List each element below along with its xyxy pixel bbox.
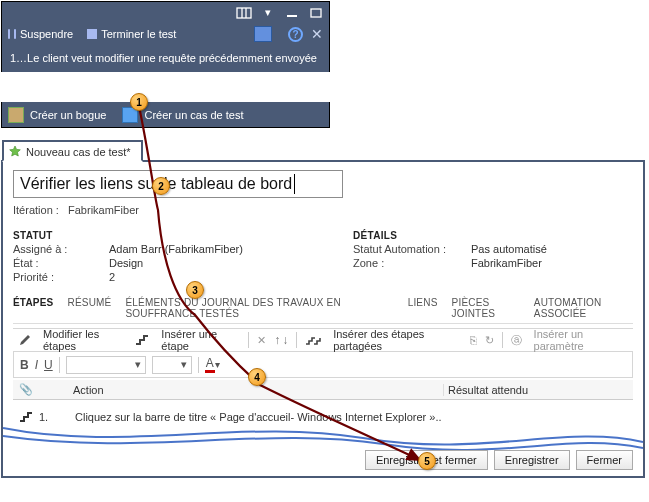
tab-attachments[interactable]: PIÈCES JOINTES xyxy=(452,297,520,319)
edit-steps-button[interactable]: Modifier les étapes xyxy=(39,328,127,352)
iteration-label: Itération : xyxy=(13,204,59,216)
maximize-icon[interactable] xyxy=(307,5,325,21)
svg-rect-0 xyxy=(237,8,251,18)
close-icon[interactable]: ✕ xyxy=(311,26,323,42)
bold-button[interactable]: B xyxy=(20,358,29,372)
insert-param-button[interactable]: Insérer un paramètre xyxy=(530,328,627,352)
priority-value: 2 xyxy=(109,271,115,283)
italic-button[interactable]: I xyxy=(35,358,38,372)
font-family-select[interactable]: ▾ xyxy=(66,356,146,374)
insert-shared-button[interactable]: Insérer des étapes partagées xyxy=(329,328,462,352)
testcase-tab[interactable]: Nouveau cas de test* xyxy=(2,140,143,162)
priority-label: Priorité : xyxy=(13,271,101,283)
callout-2: 2 xyxy=(152,177,170,195)
callout-5: 5 xyxy=(418,452,436,470)
screenshot-icon[interactable] xyxy=(254,26,272,42)
refresh-icon[interactable]: ↻ xyxy=(485,334,494,347)
testcase-window: Nouveau cas de test* Vérifier les liens … xyxy=(1,160,645,478)
layout-columns-icon[interactable] xyxy=(235,5,253,21)
step-row-1[interactable]: 1. Cliquez sur la barre de titre « Page … xyxy=(13,400,633,434)
testcase-tab-strip: ÉTAPES RÉSUMÉ ÉLÉMENTS DU JOURNAL DES TR… xyxy=(13,297,633,324)
automation-value: Pas automatisé xyxy=(471,243,547,255)
testcase-title-input[interactable]: Vérifier les liens sur le tableau de bor… xyxy=(13,170,343,198)
chevron-down-icon[interactable]: ▾ xyxy=(259,5,277,21)
state-label: État : xyxy=(13,257,101,269)
minimize-icon[interactable] xyxy=(283,5,301,21)
expected-column: Résultat attendu xyxy=(443,384,633,396)
link-icon[interactable]: ⎘ xyxy=(470,334,477,346)
bug-icon xyxy=(8,107,24,123)
close-button[interactable]: Fermer xyxy=(576,450,633,470)
step-icon xyxy=(19,410,33,424)
font-size-select[interactable]: ▾ xyxy=(152,356,192,374)
create-testcase-button[interactable]: Créer un cas de test xyxy=(144,109,243,121)
help-icon[interactable]: ? xyxy=(288,27,303,42)
stairs-icon xyxy=(135,333,149,347)
star-icon xyxy=(8,145,22,159)
step-number: 1. xyxy=(39,411,48,423)
test-description: 1…Le client veut modifier une requête pr… xyxy=(1,46,330,72)
details-header: DÉTAILS xyxy=(353,230,547,241)
test-runner-toolbar: Suspendre Terminer le test ? ✕ xyxy=(1,22,330,46)
pause-icon-2 xyxy=(14,29,16,39)
state-value: Design xyxy=(109,257,143,269)
suspend-button[interactable]: Suspendre xyxy=(20,28,73,40)
insert-step-button[interactable]: Insérer une étape xyxy=(157,328,240,352)
attachment-column-icon: 📎 xyxy=(13,383,69,396)
testcase-tab-label: Nouveau cas de test* xyxy=(26,146,131,158)
steps-grid-header: 📎 Action Résultat attendu xyxy=(13,380,633,400)
delete-icon[interactable]: ✕ xyxy=(257,334,266,347)
format-toolbar: B I U ▾ ▾ A▾ xyxy=(13,352,633,378)
terminate-button[interactable]: Terminer le test xyxy=(101,28,176,40)
step-action-text: Cliquez sur la barre de titre « Page d'a… xyxy=(75,411,627,423)
stop-icon xyxy=(87,29,97,39)
status-header: STATUT xyxy=(13,230,313,241)
font-color-button[interactable]: A▾ xyxy=(205,356,220,373)
tab-summary[interactable]: RÉSUMÉ xyxy=(67,297,111,319)
create-bug-button[interactable]: Créer un bogue xyxy=(30,109,106,121)
create-actions-bar: Créer un bogue Créer un cas de test xyxy=(1,102,330,128)
zone-value: FabrikamFiber xyxy=(471,257,542,269)
tab-links[interactable]: LIENS xyxy=(408,297,438,319)
move-arrows[interactable]: ↑↓ xyxy=(274,333,288,347)
callout-4: 4 xyxy=(248,368,266,386)
svg-rect-4 xyxy=(311,9,321,17)
tab-steps[interactable]: ÉTAPES xyxy=(13,297,53,319)
tab-automation[interactable]: AUTOMATION ASSOCIÉE xyxy=(534,297,633,319)
dialog-button-row: Enregistrer et fermer Enregistrer Fermer xyxy=(365,450,633,470)
steps-toolbar: Modifier les étapes Insérer une étape ✕ … xyxy=(13,328,633,352)
automation-label: Statut Automation : xyxy=(353,243,463,255)
save-button[interactable]: Enregistrer xyxy=(494,450,570,470)
pencil-icon xyxy=(19,334,31,346)
test-runner-chrome: ▾ xyxy=(1,1,330,23)
zone-label: Zone : xyxy=(353,257,463,269)
pause-icon xyxy=(8,29,10,39)
underline-button[interactable]: U xyxy=(44,358,53,372)
callout-3: 3 xyxy=(186,281,204,299)
assigned-label: Assigné à : xyxy=(13,243,101,255)
callout-1: 1 xyxy=(130,93,148,111)
param-icon: ⓐ xyxy=(511,333,522,348)
tab-backlog[interactable]: ÉLÉMENTS DU JOURNAL DES TRAVAUX EN SOUFF… xyxy=(125,297,393,319)
shared-steps-icon xyxy=(305,333,321,347)
iteration-value: FabrikamFiber xyxy=(68,204,139,216)
assigned-value: Adam Barr (FabrikamFiber) xyxy=(109,243,243,255)
text-caret xyxy=(294,174,295,194)
